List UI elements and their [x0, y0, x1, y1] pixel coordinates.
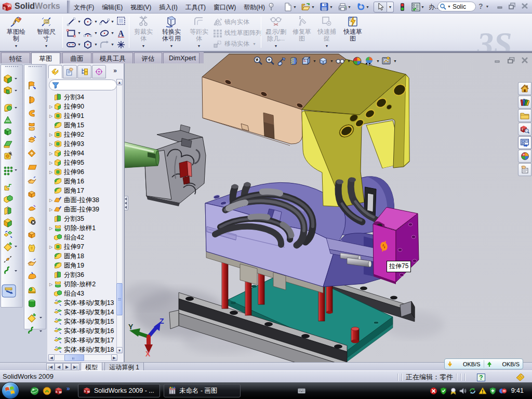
taskpane-search-button[interactable]: S — [518, 123, 531, 136]
nav-next-icon[interactable]: ▶ — [63, 363, 71, 370]
expand-arrow-icon[interactable]: ▷ — [48, 245, 54, 249]
status-tag-icon[interactable] — [515, 373, 525, 381]
tree-item[interactable]: ▷拉伸91 — [48, 111, 117, 121]
menu-view[interactable]: 视图(V) — [129, 3, 153, 12]
smart-dimension-dropdown-icon[interactable]: ▼ — [32, 43, 60, 49]
tree-item[interactable]: ▷拉伸96 — [48, 167, 117, 177]
taskpane-appearances-button[interactable] — [518, 150, 531, 163]
apply-scene-dropdown-icon[interactable]: ▼ — [376, 59, 380, 63]
close-icon[interactable] — [521, 3, 528, 9]
circle-dropdown-icon[interactable]: ▼ — [94, 16, 98, 27]
tab-evaluate[interactable]: 评估 — [134, 52, 162, 63]
search-dropdown-icon[interactable]: ▼ — [447, 5, 451, 8]
tab-mold-tools[interactable]: 模具工具 — [92, 52, 133, 63]
tab-motion-study[interactable]: 运动算例 1 — [104, 363, 144, 371]
options-icon[interactable] — [410, 2, 421, 12]
spline-dropdown-icon[interactable]: ▼ — [111, 16, 115, 27]
display-style-icon[interactable] — [318, 56, 328, 66]
menu-file[interactable]: 文件(F) — [72, 3, 96, 12]
menu-insert[interactable]: 插入(I) — [157, 3, 179, 12]
tree-item[interactable]: 实体-移动/复制15 — [48, 317, 117, 326]
tree-item[interactable]: 实体-移动/复制13 — [48, 298, 117, 308]
arc-tool[interactable] — [82, 28, 94, 38]
smart-dimension-button[interactable]: 12 智能尺寸 ▼ — [32, 15, 60, 50]
taskpane-file-explorer-button[interactable] — [518, 109, 531, 122]
pin-icon[interactable] — [266, 2, 276, 12]
tree-horizontal-scrollbar[interactable]: ◀ ▶ — [48, 354, 117, 361]
view-settings-icon[interactable] — [381, 56, 391, 66]
expand-arrow-icon[interactable]: ▷ — [48, 132, 54, 137]
nav-prev-icon[interactable]: ◀ — [55, 363, 63, 370]
tree-item[interactable]: 组合42 — [48, 233, 117, 242]
tree-item[interactable]: 圆角15 — [48, 121, 117, 130]
tray-badge-icon[interactable] — [449, 387, 457, 395]
nav-last-icon[interactable]: ▶| — [71, 363, 79, 370]
undo-dropdown-icon[interactable]: ▼ — [366, 2, 370, 12]
overflow-toolbar-item[interactable]: 办.. — [429, 3, 438, 11]
sketch-dropdown-icon[interactable]: ▼ — [2, 43, 30, 49]
hide-show-items-icon[interactable] — [335, 56, 345, 66]
convert-dropdown-icon[interactable]: ▼ — [157, 43, 186, 49]
print-icon[interactable] — [337, 2, 348, 12]
taskpane-home-button[interactable] — [518, 82, 531, 95]
select-dropdown-icon[interactable]: ▼ — [387, 2, 394, 12]
move-entities-dropdown-icon[interactable]: ▼ — [252, 42, 256, 46]
tray-shield-plus-icon[interactable] — [489, 387, 497, 395]
options-dropdown-icon[interactable]: ▼ — [421, 2, 425, 12]
expand-arrow-icon[interactable]: ▷ — [48, 226, 54, 231]
tree-item[interactable]: ▷切除-放样1 — [48, 223, 117, 233]
move-entities-button[interactable]: 移动实体 ▼ — [213, 38, 263, 49]
expand-arrow-icon[interactable]: ▷ — [48, 207, 54, 212]
expand-arrow-icon[interactable]: ▷ — [48, 198, 54, 203]
offset-dropdown-icon[interactable]: ▼ — [187, 43, 211, 49]
tab-model[interactable]: 模型 — [81, 363, 102, 371]
polygon-tool[interactable] — [82, 39, 94, 50]
tree-item[interactable]: 组合43 — [48, 289, 117, 298]
undo-icon[interactable] — [355, 2, 366, 12]
tree-item[interactable]: ▷拉伸95 — [48, 158, 117, 167]
save-dropdown-icon[interactable]: ▼ — [329, 2, 334, 12]
tree-filter-box[interactable] — [49, 79, 117, 90]
quicklaunch-ie-icon[interactable] — [30, 387, 39, 395]
view-orientation-dropdown-icon[interactable]: ▼ — [313, 59, 317, 63]
rectangle-dropdown-icon[interactable]: ▼ — [77, 28, 82, 38]
menu-tools[interactable]: 工具(T) — [184, 3, 207, 12]
convert-entities-button[interactable]: 转换实体引用 ▼ — [157, 15, 186, 50]
search-input[interactable]: Solic — [453, 3, 466, 10]
expand-arrow-icon[interactable]: ▷ — [48, 114, 54, 118]
tray-security-alert-icon[interactable] — [430, 387, 437, 395]
rapid-sketch-button[interactable]: 快速草图 — [340, 15, 366, 50]
menu-help[interactable]: 帮助(H) — [242, 3, 267, 12]
apply-scene-icon[interactable] — [364, 56, 374, 66]
view-orientation-icon[interactable] — [301, 56, 311, 66]
sketch-button[interactable]: 草图绘制 ▼ — [2, 15, 30, 50]
tree-item[interactable]: ▷拉伸90 — [48, 102, 117, 111]
tree-item[interactable]: 实体-移动/复制14 — [48, 308, 117, 317]
sketch-fillet-dropdown-icon[interactable]: ▼ — [111, 39, 115, 50]
model-part-green-rod[interactable] — [124, 142, 159, 168]
scroll-down-icon[interactable]: ▼ — [116, 347, 123, 353]
sketch-fillet-tool[interactable] — [99, 39, 110, 50]
tree-item[interactable]: 圆角17 — [48, 186, 117, 195]
expand-arrow-icon[interactable]: ▷ — [48, 161, 54, 165]
quick-snaps-dropdown-icon[interactable]: ▼ — [315, 43, 339, 49]
linear-pattern-button[interactable]: 线性草图阵列 ▼ — [213, 28, 270, 38]
trim-entities-button[interactable]: 剪裁实体 ▼ — [131, 15, 156, 50]
tray-shield-icon[interactable] — [440, 387, 447, 395]
slot-tool[interactable] — [65, 39, 77, 50]
tree-item[interactable]: ▷拉伸97 — [48, 242, 117, 251]
point-tool[interactable] — [115, 39, 127, 50]
tab-surfaces[interactable]: 曲面 — [62, 52, 91, 63]
minimize-icon[interactable] — [497, 3, 503, 9]
tray-warning-icon[interactable] — [478, 387, 487, 394]
taskpane-view-palette-button[interactable] — [518, 136, 531, 149]
save-icon[interactable] — [319, 2, 329, 12]
ellipse-tool[interactable] — [99, 28, 110, 38]
tab-configurationmanager[interactable] — [77, 65, 91, 78]
view-settings-dropdown-icon[interactable]: ▼ — [393, 59, 397, 63]
network-monitor-widget[interactable]: OKB/S OKB/S — [444, 358, 523, 369]
expand-arrow-icon[interactable]: ▷ — [48, 142, 54, 147]
display-style-dropdown-icon[interactable]: ▼ — [330, 59, 334, 63]
sketch-picture-tool[interactable] — [115, 15, 127, 26]
model-part-magenta-block[interactable] — [373, 207, 419, 284]
